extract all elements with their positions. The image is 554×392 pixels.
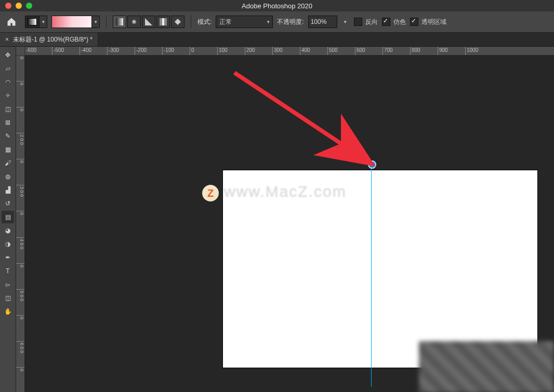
- ruler-tick: 700: [382, 47, 410, 55]
- divider: [191, 15, 191, 29]
- canvas-area[interactable]: -600-500-400-300-200-1000100200300400500…: [16, 47, 554, 392]
- stamp-tool[interactable]: ▟: [2, 184, 14, 196]
- transparency-checkbox[interactable]: 透明区域: [410, 18, 446, 26]
- home-icon: [6, 17, 17, 27]
- chevron-down-icon[interactable]: ▾: [39, 16, 47, 28]
- watermark-text: www.MacZ.com: [224, 183, 347, 200]
- svg-rect-0: [116, 18, 123, 25]
- opacity-input[interactable]: 100%: [308, 16, 337, 28]
- chevron-down-icon[interactable]: ▾: [92, 16, 100, 28]
- shape-tool[interactable]: ◫: [2, 292, 14, 304]
- gradient-radial-button[interactable]: [127, 16, 141, 28]
- slice-tool[interactable]: ⊠: [2, 116, 14, 129]
- ruler-tick: 500: [327, 47, 355, 55]
- frame-tool[interactable]: ▱: [2, 62, 14, 75]
- ruler-tick: 400: [300, 47, 327, 55]
- gradient-style-group: [113, 16, 184, 28]
- svg-marker-2: [145, 18, 152, 25]
- history-brush-tool[interactable]: ↺: [2, 197, 14, 210]
- gradient-preset-thumb[interactable]: ▾: [25, 16, 47, 28]
- ruler-tick: -200: [135, 47, 162, 55]
- gradient-editor[interactable]: ▾: [51, 16, 100, 28]
- ruler-tick: 0: [16, 211, 24, 237]
- reverse-checkbox[interactable]: 反向: [354, 18, 378, 26]
- checkbox-icon: [382, 18, 390, 26]
- ruler-tick: 200: [245, 47, 272, 55]
- ruler-origin[interactable]: [16, 47, 25, 56]
- ruler-tick: 2 0 0: [16, 133, 24, 159]
- gradient-angle-button[interactable]: [142, 16, 155, 28]
- type-tool[interactable]: T: [2, 265, 14, 277]
- svg-point-1: [131, 19, 137, 25]
- ruler-tick: 6 0 0: [16, 341, 24, 367]
- blur-tool[interactable]: ◕: [2, 224, 14, 237]
- checkbox-icon: [354, 18, 362, 26]
- title-bar: Adobe Photoshop 2020: [0, 0, 554, 11]
- dither-checkbox[interactable]: 仿色: [382, 18, 406, 26]
- ruler-tick: 300: [272, 47, 300, 55]
- gradient-handle[interactable]: [368, 160, 376, 169]
- gradient-preview: [51, 16, 92, 28]
- crop-tool[interactable]: ◫: [2, 103, 14, 115]
- gradient-thumb-icon: [25, 16, 39, 28]
- gradient-linear-button[interactable]: [113, 16, 126, 28]
- ruler-tick: -400: [80, 47, 107, 55]
- minimize-window-button[interactable]: [16, 3, 22, 9]
- ruler-tick: -500: [52, 47, 80, 55]
- ruler-tick: 100: [217, 47, 245, 55]
- ruler-tick: 800: [410, 47, 438, 55]
- checkbox-icon: [410, 18, 418, 26]
- svg-line-6: [234, 73, 362, 157]
- ruler-tick: 0: [16, 55, 24, 81]
- home-button[interactable]: [4, 15, 19, 29]
- app-title: Adobe Photoshop 2020: [0, 2, 554, 10]
- blend-mode-select[interactable]: 正常 ▾: [216, 16, 273, 28]
- ruler-tick: 0: [16, 159, 24, 185]
- window-controls: [0, 3, 32, 9]
- chevron-down-icon[interactable]: ▾: [341, 19, 350, 24]
- ruler-tick: 4 0 0: [16, 237, 24, 263]
- ruler-tick: 0: [190, 47, 217, 55]
- marquee-tool[interactable]: ▦: [2, 143, 14, 156]
- ruler-tick: 600: [355, 47, 382, 55]
- eyedropper-tool[interactable]: ✎: [2, 130, 14, 142]
- close-window-button[interactable]: [5, 3, 11, 9]
- chevron-down-icon: ▾: [264, 19, 272, 24]
- mode-label: 模式:: [197, 18, 212, 26]
- maximize-window-button[interactable]: [26, 3, 32, 9]
- svg-rect-4: [162, 18, 164, 25]
- ruler-tick: 1000: [465, 47, 493, 55]
- lasso-tool[interactable]: ◠: [2, 76, 14, 88]
- transparency-label: 透明区域: [421, 18, 446, 26]
- ruler-tick: -100: [162, 47, 190, 55]
- gradient-guide-line[interactable]: [371, 164, 372, 387]
- close-tab-icon[interactable]: ×: [5, 36, 9, 43]
- gradient-tool[interactable]: ▤: [2, 211, 14, 223]
- ruler-tick: 900: [438, 47, 465, 55]
- vertical-ruler[interactable]: 0002 0 003 0 004 0 005 0 006 0 00: [16, 55, 24, 392]
- brush-tool[interactable]: 🖌: [2, 157, 14, 169]
- workspace: ✥▱◠✧◫⊠✎▦🖌◍▟↺▤◕◑✒T▻◫✋ -600-500-400-300-20…: [0, 47, 554, 392]
- ruler-tick: -600: [24, 47, 52, 55]
- wand-tool[interactable]: ✧: [2, 89, 14, 102]
- ruler-tick: 3 0 0: [16, 185, 24, 211]
- ruler-tick: -300: [107, 47, 135, 55]
- hand-tool[interactable]: ✋: [2, 305, 14, 318]
- pen-tool[interactable]: ✒: [2, 251, 14, 264]
- dither-label: 仿色: [393, 18, 406, 26]
- options-bar: ▾ ▾ 模式: 正常 ▾ 不透明度: 100% ▾ 反向 仿色 透明区域: [0, 11, 554, 33]
- ruler-tick: 0: [16, 81, 24, 107]
- ruler-tick: 0: [16, 107, 24, 133]
- opacity-value: 100%: [311, 18, 327, 25]
- move-tool[interactable]: ✥: [2, 49, 14, 61]
- gradient-reflected-button[interactable]: [156, 16, 170, 28]
- path-select-tool[interactable]: ▻: [2, 278, 14, 291]
- dodge-tool[interactable]: ◑: [2, 238, 14, 250]
- gradient-diamond-button[interactable]: [171, 16, 184, 28]
- document-tab[interactable]: × 未标题-1 @ 100%(RGB/8*) *: [0, 33, 98, 46]
- ruler-tick: 0: [16, 367, 24, 392]
- healing-tool[interactable]: ◍: [2, 170, 14, 183]
- toolbox: ✥▱◠✧◫⊠✎▦🖌◍▟↺▤◕◑✒T▻◫✋: [0, 47, 16, 392]
- divider: [106, 15, 107, 29]
- horizontal-ruler[interactable]: -600-500-400-300-200-1000100200300400500…: [24, 47, 554, 55]
